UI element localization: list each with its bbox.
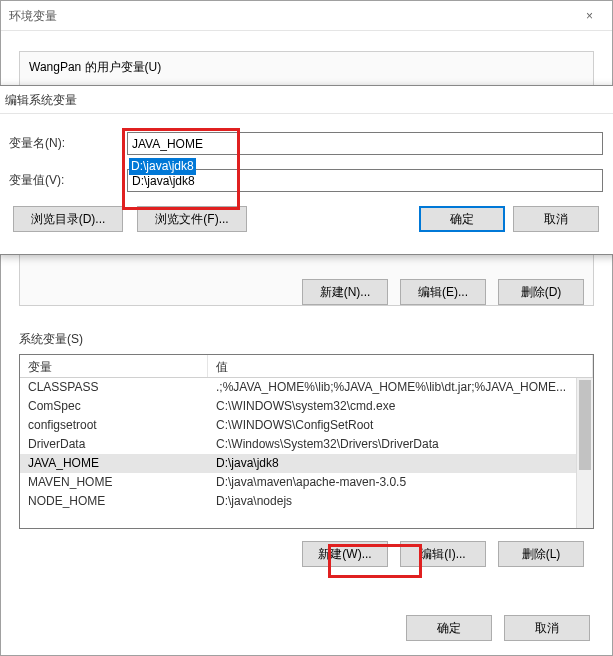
env-window-footer-buttons: 确定 取消	[406, 615, 590, 641]
sysvar-name-cell: ComSpec	[20, 397, 208, 416]
delete-sys-var-button[interactable]: 删除(L)	[498, 541, 584, 567]
edit-dialog-button-row: 浏览目录(D)... 浏览文件(F)... 确定 取消	[7, 206, 605, 232]
new-user-var-button[interactable]: 新建(N)...	[302, 279, 388, 305]
browse-file-button[interactable]: 浏览文件(F)...	[137, 206, 247, 232]
close-icon[interactable]: ×	[567, 1, 612, 30]
sysvar-value-cell: D:\java\nodejs	[208, 492, 593, 511]
sysvar-value-cell: C:\WINDOWS\ConfigSetRoot	[208, 416, 593, 435]
var-name-label: 变量名(N):	[7, 135, 127, 152]
edit-cancel-button[interactable]: 取消	[513, 206, 599, 232]
table-row[interactable]: NODE_HOMED:\java\nodejs	[20, 492, 593, 511]
sysvar-name-cell: JAVA_HOME	[20, 454, 208, 473]
sysvar-list-rows: CLASSPASS.;%JAVA_HOME%\lib;%JAVA_HOME%\l…	[20, 378, 593, 529]
system-variables-list[interactable]: 变量 值 CLASSPASS.;%JAVA_HOME%\lib;%JAVA_HO…	[19, 354, 594, 529]
env-cancel-button[interactable]: 取消	[504, 615, 590, 641]
table-row[interactable]: MAVEN_HOMED:\java\maven\apache-maven-3.0…	[20, 473, 593, 492]
sysvar-name-cell: MAVEN_HOME	[20, 473, 208, 492]
col-name-header[interactable]: 变量	[20, 355, 208, 377]
edit-dialog-title: 编辑系统变量	[0, 86, 613, 114]
new-sys-var-button[interactable]: 新建(W)...	[302, 541, 388, 567]
browse-directory-button[interactable]: 浏览目录(D)...	[13, 206, 123, 232]
sysvar-value-cell: C:\Windows\System32\Drivers\DriverData	[208, 435, 593, 454]
sysvar-list-header: 变量 值	[20, 355, 593, 378]
delete-user-var-button[interactable]: 删除(D)	[498, 279, 584, 305]
system-variables-button-row: 新建(W)... 编辑(I)... 删除(L)	[19, 541, 594, 567]
system-variables-label: 系统变量(S)	[19, 331, 594, 348]
sysvar-value-cell: D:\java\maven\apache-maven-3.0.5	[208, 473, 593, 492]
edit-user-var-button[interactable]: 编辑(E)...	[400, 279, 486, 305]
edit-sys-var-button[interactable]: 编辑(I)...	[400, 541, 486, 567]
col-value-header[interactable]: 值	[208, 355, 593, 377]
env-window-title: 环境变量	[9, 1, 57, 30]
sysvar-scrollbar-thumb[interactable]	[579, 380, 591, 470]
var-value-label: 变量值(V):	[7, 172, 127, 189]
sysvar-name-cell: configsetroot	[20, 416, 208, 435]
sysvar-name-cell: CLASSPASS	[20, 378, 208, 397]
var-value-input[interactable]	[127, 169, 603, 192]
sysvar-value-cell: .;%JAVA_HOME%\lib;%JAVA_HOME%\lib\dt.jar…	[208, 378, 593, 397]
env-ok-button[interactable]: 确定	[406, 615, 492, 641]
edit-ok-button[interactable]: 确定	[419, 206, 505, 232]
sysvar-name-cell: DriverData	[20, 435, 208, 454]
var-value-row: 变量值(V): D:\java\jdk8	[7, 169, 605, 192]
table-row[interactable]: JAVA_HOMED:\java\jdk8	[20, 454, 593, 473]
sysvar-scrollbar[interactable]	[576, 378, 593, 528]
var-name-row: 变量名(N):	[7, 132, 605, 155]
var-name-input[interactable]	[127, 132, 603, 155]
sysvar-value-cell: D:\java\jdk8	[208, 454, 593, 473]
table-row[interactable]: ComSpecC:\WINDOWS\system32\cmd.exe	[20, 397, 593, 416]
table-row[interactable]: CLASSPASS.;%JAVA_HOME%\lib;%JAVA_HOME%\l…	[20, 378, 593, 397]
sysvar-value-cell: C:\WINDOWS\system32\cmd.exe	[208, 397, 593, 416]
user-variables-label: WangPan 的用户变量(U)	[29, 59, 161, 76]
sysvar-name-cell: NODE_HOME	[20, 492, 208, 511]
user-variables-button-row: 新建(N)... 编辑(E)... 删除(D)	[302, 279, 584, 305]
env-window-titlebar: 环境变量 ×	[1, 1, 612, 31]
table-row[interactable]: configsetrootC:\WINDOWS\ConfigSetRoot	[20, 416, 593, 435]
system-variables-group: 系统变量(S) 变量 值 CLASSPASS.;%JAVA_HOME%\lib;…	[19, 331, 594, 567]
table-row[interactable]: DriverDataC:\Windows\System32\Drivers\Dr…	[20, 435, 593, 454]
edit-system-variable-dialog: 编辑系统变量 变量名(N): 变量值(V): D:\java\jdk8 浏览目录…	[0, 85, 613, 255]
